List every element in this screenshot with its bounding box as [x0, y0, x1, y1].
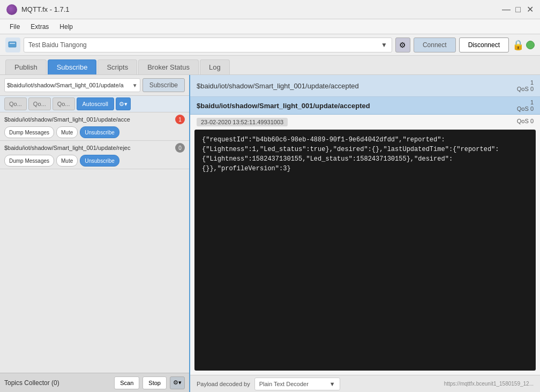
- message-selected-header: $baidu/iot/shadow/Smart_light_001/update…: [190, 97, 540, 115]
- sub-item-buttons-0: Dump Messages Mute Unsubscribe: [4, 126, 185, 138]
- autoscroll-button[interactable]: Autoscroll: [77, 97, 114, 110]
- connection-status: 🔒: [512, 39, 535, 51]
- svg-rect-0: [9, 42, 16, 47]
- tab-broker-status[interactable]: Broker Status: [138, 59, 199, 74]
- tabs-bar: Publish Subscribe Scripts Broker Status …: [0, 56, 540, 75]
- message-detail-body: 23-02-2020 13:52:11.49931003 QoS 0 {"req…: [190, 115, 540, 375]
- unsubscribe-button-1[interactable]: Unsubscribe: [80, 155, 119, 167]
- subscribe-settings-button[interactable]: ⚙▾: [116, 97, 131, 110]
- topic-input-text: $baidu/iot/shadow/Smart_light_001/update…: [7, 82, 132, 88]
- window-controls: — □ ✕: [502, 6, 534, 13]
- message-detail-topic: $baidu/iot/shadow/Smart_light_001/update…: [197, 102, 370, 110]
- scan-button[interactable]: Scan: [114, 376, 139, 389]
- minimize-button[interactable]: —: [502, 6, 510, 13]
- message-qos-right: QoS 0: [517, 118, 534, 126]
- payload-decoder-value: Plain Text Decoder: [259, 381, 309, 387]
- app-title: MQTT.fx - 1.7.1: [21, 5, 502, 13]
- unsubscribe-button-0[interactable]: Unsubscribe: [80, 126, 119, 138]
- subscribe-toolbar: Qo... Qo... Qo... Autoscroll ⚙▾: [0, 96, 189, 112]
- settings-button[interactable]: ⚙: [395, 37, 410, 52]
- qos-0-button[interactable]: Qo...: [4, 97, 27, 110]
- qos-1-button[interactable]: Qo...: [28, 97, 51, 110]
- tab-subscribe[interactable]: Subscribe: [48, 59, 97, 74]
- message-detail-count: 1: [530, 99, 534, 105]
- message-detail-meta: 1 QoS 0: [517, 99, 534, 112]
- subscription-item-1: $baidu/iot/shadow/Smart_light_001/update…: [0, 141, 189, 169]
- payload-footer: Payload decoded by Plain Text Decoder ▼ …: [190, 375, 540, 392]
- dump-messages-button-0[interactable]: Dump Messages: [4, 126, 54, 138]
- payload-decoder-select[interactable]: Plain Text Decoder ▼: [254, 378, 340, 390]
- message-timestamp-row: 23-02-2020 13:52:11.49931003 QoS 0: [190, 115, 540, 127]
- qos-2-button[interactable]: Qo...: [52, 97, 75, 110]
- message-timestamp: 23-02-2020 13:52:11.49931003: [197, 118, 288, 126]
- profile-icon: [5, 37, 20, 52]
- menu-extras[interactable]: Extras: [25, 21, 54, 33]
- mute-button-1[interactable]: Mute: [56, 155, 78, 167]
- dump-messages-button-1[interactable]: Dump Messages: [4, 155, 54, 167]
- profile-name: Test Baidu Tiangong: [28, 41, 381, 49]
- sub-topic-0: $baidu/iot/shadow/Smart_light_001/update…: [4, 116, 173, 123]
- sub-count-badge-0: 1: [175, 115, 185, 124]
- sub-topic-1: $baidu/iot/shadow/Smart_light_001/update…: [4, 145, 173, 151]
- maximize-button[interactable]: □: [514, 6, 522, 13]
- profile-selector[interactable]: Test Baidu Tiangong ▼: [24, 37, 392, 52]
- disconnect-button[interactable]: Disconnect: [459, 37, 509, 52]
- mute-button-0[interactable]: Mute: [56, 126, 78, 138]
- title-bar: MQTT.fx - 1.7.1 — □ ✕: [0, 0, 540, 19]
- status-indicator: [526, 41, 535, 49]
- topic-input-wrap[interactable]: $baidu/iot/shadow/Smart_light_001/update…: [4, 78, 140, 92]
- tab-log[interactable]: Log: [200, 59, 230, 74]
- message-count: 1: [530, 79, 534, 86]
- menu-file[interactable]: File: [4, 21, 25, 33]
- connection-bar: Test Baidu Tiangong ▼ ⚙ Connect Disconne…: [0, 34, 540, 56]
- subscription-item-0: $baidu/iot/shadow/Smart_light_001/update…: [0, 112, 189, 141]
- decoder-dropdown-arrow-icon: ▼: [329, 381, 335, 387]
- topic-dropdown-arrow[interactable]: ▼: [132, 82, 138, 88]
- menu-help[interactable]: Help: [54, 21, 78, 33]
- topics-collector: Topics Collector (0) Scan Stop ⚙▾: [0, 373, 189, 392]
- topics-collector-settings-button[interactable]: ⚙▾: [170, 376, 185, 389]
- main-content: $baidu/iot/shadow/Smart_light_001/update…: [0, 75, 540, 392]
- app-icon: [6, 4, 17, 15]
- lock-icon: 🔒: [512, 39, 524, 51]
- svg-rect-1: [10, 43, 15, 44]
- message-count-qos: 1 QoS 0: [517, 79, 534, 92]
- menu-bar: File Extras Help: [0, 19, 540, 34]
- message-list-topic: $baidu/iot/shadow/Smart_light_001/update…: [197, 82, 359, 90]
- subscriptions-list: $baidu/iot/shadow/Smart_light_001/update…: [0, 112, 189, 373]
- status-url: https://mqttfx.bceunit1_1580159_12...: [444, 381, 534, 387]
- subscribe-input-row: $baidu/iot/shadow/Smart_light_001/update…: [0, 75, 189, 96]
- sub-item-buttons-1: Dump Messages Mute Unsubscribe: [4, 155, 185, 167]
- message-qos: QoS 0: [517, 86, 534, 92]
- left-panel: $baidu/iot/shadow/Smart_light_001/update…: [0, 75, 190, 392]
- right-panel: $baidu/iot/shadow/Smart_light_001/update…: [190, 75, 540, 392]
- payload-decoded-label: Payload decoded by: [197, 381, 250, 387]
- dropdown-arrow-icon: ▼: [381, 41, 387, 49]
- topics-collector-label: Topics Collector (0): [4, 379, 111, 387]
- subscribe-button[interactable]: Subscribe: [142, 78, 185, 92]
- message-payload[interactable]: {"requestId":"b4bb60c6-98eb-4889-90f1-9e…: [194, 130, 536, 371]
- message-list-header: $baidu/iot/shadow/Smart_light_001/update…: [190, 75, 540, 97]
- connect-button[interactable]: Connect: [414, 37, 456, 52]
- close-button[interactable]: ✕: [526, 6, 534, 13]
- tab-scripts[interactable]: Scripts: [98, 59, 137, 74]
- sub-count-badge-1: 0: [175, 143, 185, 153]
- stop-button[interactable]: Stop: [142, 376, 167, 389]
- tab-publish[interactable]: Publish: [5, 59, 47, 74]
- message-detail-qos: QoS 0: [517, 105, 534, 112]
